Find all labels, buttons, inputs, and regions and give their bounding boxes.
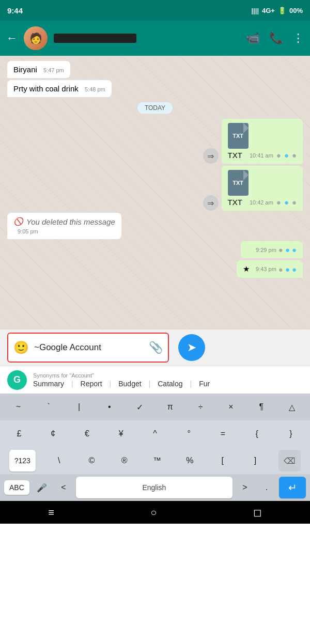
today-divider: TODAY [7, 99, 303, 117]
msg-outgoing-file-2: TXT TXT 10:42 am ● ● ● [222, 166, 303, 211]
kb-bottom-row: ABC 🎤 < English > . ↵ [0, 474, 310, 501]
kb-backslash[interactable]: \ [50, 450, 68, 472]
input-bar[interactable]: 🙂 📎 [7, 333, 169, 363]
kb-times[interactable]: × [222, 396, 240, 418]
kb-divide[interactable]: ÷ [191, 396, 210, 418]
forward-icon-1[interactable]: ⇒ [203, 148, 219, 164]
kb-pi[interactable]: π [161, 396, 179, 418]
deleted-msg-text: 🚫 You deleted this message [13, 217, 115, 226]
kb-degree[interactable]: ° [180, 423, 198, 445]
kb-triangle[interactable]: △ [283, 396, 301, 418]
msg-text-prty: Prty with coal drink [13, 84, 79, 93]
dot-blue-1: ● [284, 151, 289, 160]
kb-currency-row: £ ¢ € ¥ ^ ° = { } [0, 420, 310, 447]
kb-backtick[interactable]: ` [39, 396, 58, 418]
file-msg-2: TXT TXT 10:42 am ● ● ● [228, 170, 297, 207]
kb-trademark[interactable]: ™ [148, 450, 166, 472]
dot-gray-2: ● [276, 198, 281, 207]
kb-check[interactable]: ✓ [131, 396, 149, 418]
suggestion-report[interactable]: Report [81, 380, 102, 388]
message-deleted: 🚫 You deleted this message 9:05 pm [7, 213, 303, 239]
kb-equals[interactable]: = [213, 423, 232, 445]
enter-icon: ↵ [288, 481, 297, 494]
header-icons: 📹 📞 ⋮ [246, 32, 304, 45]
kb-caret[interactable]: ^ [146, 423, 164, 445]
nav-bar: ≡ ○ ◻ [0, 501, 310, 524]
grammarly-letter: G [13, 374, 21, 385]
kb-space-bar[interactable]: English [76, 477, 233, 498]
contact-name-block[interactable] [54, 34, 240, 43]
battery-percent: 00% [289, 7, 303, 14]
suggestion-catalog[interactable]: Catalog [158, 380, 182, 388]
kb-backspace[interactable]: ⌫ [278, 450, 301, 472]
contact-name-redacted [54, 34, 136, 43]
input-row: 🙂 📎 ➤ [0, 329, 310, 366]
kb-enter-button[interactable]: ↵ [279, 477, 306, 498]
kb-lt-key[interactable]: < [54, 477, 73, 498]
kb-numeric-toggle[interactable]: ?123 [9, 450, 36, 472]
kb-rbrace[interactable]: } [282, 423, 300, 445]
chat-area: Biryani 5:47 pm Prty with coal drink 5:4… [0, 56, 310, 329]
nav-home-icon[interactable]: ○ [150, 507, 157, 519]
back-button[interactable]: ← [6, 32, 18, 45]
kb-copyright[interactable]: © [82, 450, 101, 472]
msg-time-biryani: 5:47 pm [43, 67, 64, 73]
file-time-2: 10:42 am [250, 199, 273, 206]
keyboard: ~ ` | • ✓ π ÷ × ¶ △ £ ¢ € ¥ ^ ° = { } ?1… [0, 394, 310, 501]
kb-rbracket[interactable]: ] [246, 450, 265, 472]
kb-yen[interactable]: ¥ [112, 423, 130, 445]
kb-tilde[interactable]: ~ [9, 396, 27, 418]
kb-registered[interactable]: ® [115, 450, 134, 472]
suggestion-budget[interactable]: Budget [118, 380, 141, 388]
message-blank-2: ★ 9:43 pm ● ● ● [7, 260, 303, 278]
deleted-label: You deleted this message [26, 217, 115, 226]
kb-abc-button[interactable]: ABC [4, 480, 29, 495]
signal-icon: |||| [251, 7, 259, 14]
status-bar: 9:44 |||| 4G+ 🔋 00% [0, 0, 310, 21]
message-file-1: ⇒ TXT TXT 10:41 am ● ● ● [7, 119, 303, 164]
today-badge: TODAY [137, 102, 173, 114]
suggestion-summary[interactable]: Summary [33, 380, 64, 388]
video-call-icon[interactable]: 📹 [246, 32, 260, 45]
kb-cent[interactable]: ¢ [44, 423, 63, 445]
kb-mic-icon[interactable]: 🎤 [33, 477, 51, 498]
msg-outgoing-blank-2: ★ 9:43 pm ● ● ● [237, 260, 303, 278]
dot-gray-1: ● [276, 151, 281, 160]
msg-incoming-deleted: 🚫 You deleted this message 9:05 pm [7, 213, 121, 239]
grammarly-bar: G Synonyms for "Account" Summary | Repor… [0, 366, 310, 394]
kb-gt-key[interactable]: > [236, 477, 254, 498]
avatar[interactable]: 🧑 [24, 26, 48, 50]
phone-icon[interactable]: 📞 [269, 32, 283, 45]
nav-back-icon[interactable]: ◻ [253, 506, 262, 519]
msg-outgoing-file-1: TXT TXT 10:41 am ● ● ● [222, 119, 303, 164]
deleted-icon: 🚫 [13, 217, 23, 226]
emoji-button[interactable]: 🙂 [13, 340, 29, 355]
kb-dot-key[interactable]: . [257, 477, 276, 498]
message-input[interactable] [34, 342, 144, 353]
file-label-2: TXT [228, 198, 242, 207]
kb-pound[interactable]: £ [10, 423, 28, 445]
kb-pilcrow[interactable]: ¶ [252, 396, 271, 418]
message-biryani: Biryani 5:47 pm [7, 61, 303, 78]
space-label: English [142, 483, 166, 492]
kb-bullet[interactable]: • [100, 396, 119, 418]
kb-pipe[interactable]: | [70, 396, 88, 418]
menu-icon[interactable]: ⋮ [292, 32, 304, 45]
attach-button[interactable]: 📎 [149, 341, 163, 354]
kb-symbol-row: ?123 \ © ® ™ % [ ] ⌫ [0, 447, 310, 474]
deleted-time: 9:05 pm [18, 228, 38, 234]
kb-lbrace[interactable]: { [247, 423, 266, 445]
chat-header: ← 🧑 📹 📞 ⋮ [0, 21, 310, 56]
network-type: 4G+ [262, 7, 275, 14]
send-button[interactable]: ➤ [178, 334, 205, 361]
kb-euro[interactable]: € [78, 423, 96, 445]
file-time-1: 10:41 am [250, 152, 273, 159]
forward-icon-2[interactable]: ⇒ [203, 195, 219, 211]
kb-percent[interactable]: % [180, 450, 199, 472]
txt-icon-1: TXT [228, 123, 249, 149]
file-row-2: TXT [228, 170, 297, 196]
suggestion-fur[interactable]: Fur [199, 380, 210, 388]
kb-lbracket[interactable]: [ [213, 450, 232, 472]
nav-menu-icon[interactable]: ≡ [48, 507, 54, 519]
message-file-2: ⇒ TXT TXT 10:42 am ● ● ● [7, 166, 303, 211]
